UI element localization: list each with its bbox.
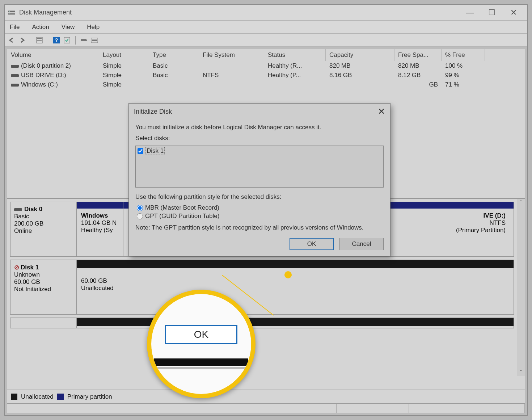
- callout-anchor-dot: [284, 271, 292, 278]
- col-volume[interactable]: Volume: [7, 49, 99, 61]
- volume-icon: [11, 84, 19, 87]
- col-capacity[interactable]: Capacity: [326, 49, 394, 61]
- legend-swatch-unallocated: [11, 394, 17, 400]
- svg-rect-2: [9, 11, 10, 12]
- forward-icon[interactable]: [17, 35, 28, 45]
- legend: Unallocated Primary partition: [7, 390, 525, 403]
- ok-button[interactable]: OK: [290, 238, 334, 250]
- detail-icon[interactable]: [89, 35, 100, 45]
- dialog-titlebar: Initialize Disk ✕: [129, 104, 390, 119]
- dialog-message: You must initialize a disk before Logica…: [135, 124, 384, 131]
- svg-rect-14: [92, 40, 97, 41]
- radio-gpt[interactable]: GPT (GUID Partition Table): [137, 213, 384, 220]
- cell: 99 %: [442, 71, 485, 80]
- vertical-scrollbar[interactable]: ˄˅: [517, 199, 525, 376]
- scroll-up-icon[interactable]: ˄: [520, 200, 522, 205]
- dialog-title: Initialize Disk: [134, 108, 378, 116]
- scroll-down-icon[interactable]: ˅: [520, 369, 522, 375]
- cell: 8.12 GB: [394, 71, 442, 80]
- disk-type: Unknown: [14, 271, 73, 278]
- cell: [199, 80, 264, 89]
- volume-row[interactable]: Windows (C:) Simple GB 71 %: [7, 80, 525, 89]
- cell: 71 %: [442, 80, 485, 89]
- callout-magnifier: OK: [147, 290, 256, 398]
- cell: Basic: [149, 71, 199, 80]
- disk-type: Basic: [14, 213, 73, 220]
- close-button[interactable]: ✕: [503, 5, 524, 21]
- volume-row[interactable]: (Disk 0 partition 2) Simple Basic Health…: [7, 61, 525, 71]
- menu-action[interactable]: Action: [29, 22, 52, 32]
- cell: 820 MB: [326, 61, 394, 71]
- partition[interactable]: Windows 191.04 GB N Healthy (Sy: [76, 202, 123, 257]
- minimize-button[interactable]: —: [459, 5, 481, 21]
- legend-label: Primary partition: [67, 393, 112, 400]
- cell: [199, 61, 264, 71]
- disk-state: Online: [14, 227, 73, 235]
- partition-unallocated[interactable]: 60.00 GB Unallocated: [76, 260, 514, 315]
- disk-icon: [14, 208, 22, 211]
- refresh-icon[interactable]: [62, 35, 72, 45]
- col-status[interactable]: Status: [264, 49, 326, 61]
- col-pctfree[interactable]: % Free: [442, 49, 485, 61]
- partition-status: Healthy (Sy: [81, 227, 119, 234]
- disk-name: Disk 0: [24, 206, 42, 213]
- properties-icon[interactable]: [34, 35, 45, 45]
- gpt-radio[interactable]: [137, 213, 143, 219]
- disk-management-icon: [8, 9, 16, 17]
- svg-text:?: ?: [55, 37, 58, 43]
- cell: Simple: [99, 80, 149, 89]
- legend-swatch-primary: [57, 394, 64, 400]
- dialog-note: Note: The GPT partition style is not rec…: [135, 224, 384, 231]
- volume-name: (Disk 0 partition 2): [21, 62, 71, 69]
- disk-label[interactable]: ⊘Disk 1 Unknown 60.00 GB Not Initialized: [10, 260, 77, 315]
- svg-rect-10: [81, 39, 86, 41]
- partition-size: 191.04 GB N: [81, 219, 119, 227]
- menubar: File Action View Help: [5, 21, 527, 34]
- cell: Healthy (R...: [264, 61, 326, 71]
- magnified-bar: [154, 367, 248, 369]
- radio-mbr[interactable]: MBR (Master Boot Record): [137, 204, 384, 211]
- dialog-close-icon[interactable]: ✕: [378, 106, 385, 117]
- select-disks-label: Select disks:: [135, 135, 384, 142]
- help-icon[interactable]: ?: [51, 35, 62, 45]
- svg-point-11: [86, 39, 87, 41]
- menu-help[interactable]: Help: [84, 22, 102, 32]
- initialize-disk-dialog: Initialize Disk ✕ You must initialize a …: [128, 103, 390, 256]
- cell: Simple: [99, 71, 149, 80]
- col-free[interactable]: Free Spa...: [394, 49, 442, 61]
- maximize-button[interactable]: ☐: [481, 5, 503, 21]
- disk-error-icon: ⊘: [14, 264, 19, 271]
- disk-list-item[interactable]: Disk 1: [138, 147, 381, 155]
- volume-name: USB DRIVE (D:): [21, 72, 66, 79]
- volume-icon: [11, 74, 19, 77]
- cell: Simple: [99, 61, 149, 71]
- menu-file[interactable]: File: [7, 22, 22, 32]
- partition-status: Unallocated: [81, 285, 509, 292]
- disk-row-extra: [10, 318, 514, 328]
- volume-icon: [11, 65, 19, 68]
- disk-select-list[interactable]: Disk 1: [135, 146, 384, 188]
- col-filesystem[interactable]: File System: [199, 49, 264, 61]
- menu-view[interactable]: View: [59, 22, 78, 32]
- cell: Healthy (P...: [264, 71, 326, 80]
- volume-name: Windows (C:): [21, 81, 58, 88]
- col-type[interactable]: Type: [149, 49, 199, 61]
- col-layout[interactable]: Layout: [99, 49, 149, 61]
- disk-size: 200.00 GB: [14, 220, 73, 227]
- svg-rect-3: [9, 13, 10, 14]
- disk-label[interactable]: Disk 0 Basic 200.00 GB Online: [10, 202, 77, 257]
- volume-header-row: Volume Layout Type File System Status Ca…: [7, 49, 525, 61]
- partition-size: 60.00 GB: [81, 277, 509, 285]
- svg-rect-5: [37, 38, 42, 39]
- disk-checkbox[interactable]: [138, 148, 143, 154]
- cancel-button[interactable]: Cancel: [339, 238, 384, 250]
- volume-row[interactable]: USB DRIVE (D:) Simple Basic NTFS Healthy…: [7, 71, 525, 80]
- legend-label: Unallocated: [21, 393, 54, 400]
- disk-list-label: Disk 1: [145, 147, 165, 155]
- back-icon[interactable]: [7, 35, 17, 45]
- mbr-radio[interactable]: [137, 205, 143, 211]
- window-title: Disk Management: [19, 9, 459, 16]
- cell: [149, 80, 199, 89]
- rescan-icon[interactable]: [79, 35, 89, 45]
- svg-rect-13: [92, 39, 97, 39]
